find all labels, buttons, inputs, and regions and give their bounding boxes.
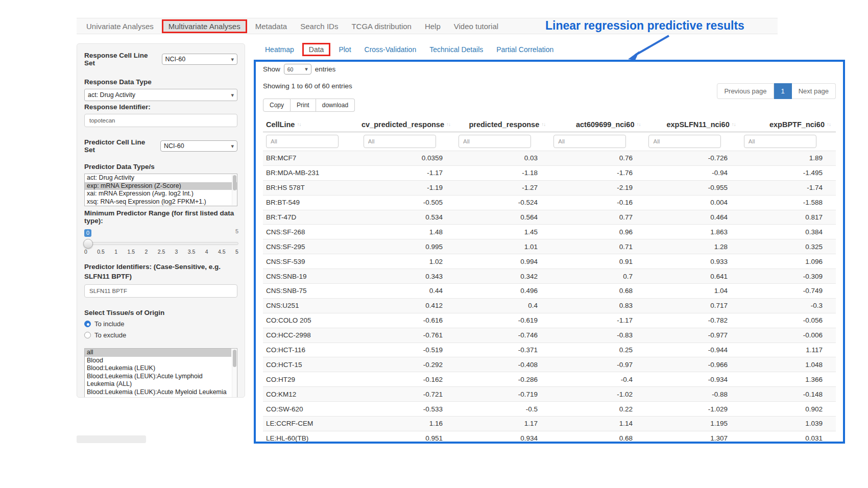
predicted-response-cell: 0.564 xyxy=(456,213,551,221)
listbox-option[interactable]: all xyxy=(85,349,231,357)
listbox-option[interactable]: Blood:Leukemia (LEUK):Acute Myeloid Leuk… xyxy=(85,388,231,398)
show-label: Show xyxy=(263,65,280,73)
result-tab[interactable]: Data xyxy=(302,43,331,56)
predicted-response-cell: 0.496 xyxy=(456,287,551,295)
response-identifier-label: Response Identifier: xyxy=(84,103,237,111)
previous-page-button[interactable]: Previous page xyxy=(717,83,774,99)
page-length-select[interactable]: 60 ▾ xyxy=(284,64,311,75)
slider-track[interactable] xyxy=(84,242,238,245)
listbox-option[interactable]: Blood xyxy=(85,357,231,365)
nav-item[interactable]: Multivariate Analyses xyxy=(162,19,247,33)
act609699-cell: 0.68 xyxy=(551,287,646,295)
act609699-cell: -2.19 xyxy=(551,184,646,191)
column-filter-input[interactable] xyxy=(744,135,816,148)
listbox-option[interactable]: Blood:Leukemia (LEUK):Acute Lymphoid Leu… xyxy=(85,373,231,388)
slider-max-label: 5 xyxy=(235,228,238,234)
chevron-down-icon: ▾ xyxy=(231,143,234,150)
nav-item[interactable]: Univariate Analyses xyxy=(80,19,160,33)
chevron-down-icon: ▾ xyxy=(305,66,308,72)
column-filter-input[interactable] xyxy=(648,135,721,148)
predicted-response-cell: -0.719 xyxy=(456,391,551,398)
column-filter-input[interactable] xyxy=(364,135,436,148)
expbptf-cell: -1.74 xyxy=(741,184,836,191)
slider-tick-label: 4.5 xyxy=(218,249,226,255)
response-data-type-select[interactable]: act: Drug Activity ▾ xyxy=(84,89,237,101)
cell-line-cell: CO:KM12 xyxy=(263,391,361,398)
predictor-identifiers-input[interactable] xyxy=(84,284,237,298)
expslfn11-cell: -0.955 xyxy=(646,184,741,191)
cell-line-cell: BR:HS 578T xyxy=(263,184,361,191)
slider-tick-label: 3.5 xyxy=(188,249,196,255)
result-tab[interactable]: Technical Details xyxy=(423,43,490,56)
column-filter-input[interactable] xyxy=(459,135,531,148)
expslfn11-cell: 1.28 xyxy=(646,243,741,251)
cell-line-cell: CO:COLO 205 xyxy=(263,316,361,324)
nav-item[interactable]: Search IDs xyxy=(294,19,345,33)
current-page-button[interactable]: 1 xyxy=(774,83,792,99)
response-cell-line-set-label: Response Cell Line Set xyxy=(84,52,159,67)
act609699-cell: 1.14 xyxy=(551,420,646,427)
next-page-button[interactable]: Next page xyxy=(792,83,836,99)
cv-predicted-response-cell: -1.19 xyxy=(361,184,456,191)
nav-item[interactable]: Video tutorial xyxy=(447,19,505,33)
table-row: CNS:SF-295 0.995 1.01 0.71 1.28 0.325 xyxy=(263,239,836,254)
column-header[interactable]: CellLine ↑↓ xyxy=(263,120,360,129)
cell-line-cell: BR:BT-549 xyxy=(263,199,361,206)
result-tab[interactable]: Plot xyxy=(332,43,357,56)
tissue-listbox: allBloodBlood:Leukemia (LEUK)Blood:Leuke… xyxy=(84,348,237,398)
column-header[interactable]: act609699_nci60 ↑↓ xyxy=(550,120,645,129)
expbptf-cell: 0.325 xyxy=(741,243,836,251)
slider-tick-label: 5 xyxy=(235,249,238,255)
predictor-cell-line-set-select[interactable]: NCI-60 ▾ xyxy=(160,140,237,152)
nav-item[interactable]: Metadata xyxy=(249,19,294,33)
column-header[interactable]: expBPTF_nci60 ↑↓ xyxy=(741,120,836,129)
expbptf-cell: -0.056 xyxy=(741,316,836,324)
expslfn11-cell: 0.004 xyxy=(646,199,741,206)
response-cell-line-set-select[interactable]: NCI-60 ▾ xyxy=(162,54,238,65)
predicted-response-cell: 0.4 xyxy=(456,302,551,309)
column-header[interactable]: cv_predicted_response ↑↓ xyxy=(360,120,455,129)
cell-line-cell: BR:MCF7 xyxy=(263,154,361,162)
result-tab[interactable]: Partial Correlation xyxy=(490,43,560,56)
column-filter-input[interactable] xyxy=(553,135,626,148)
column-header[interactable]: expSLFN11_nci60 ↑↓ xyxy=(645,120,740,129)
scrollbar-thumb[interactable] xyxy=(233,350,236,367)
listbox-option[interactable]: Blood:Leukemia (LEUK) xyxy=(85,364,231,373)
expbptf-cell: 1.048 xyxy=(741,361,836,369)
export-button[interactable]: Print xyxy=(291,99,316,112)
table-row: CO:HCC-2998 -0.761 -0.746 -0.83 -0.977 -… xyxy=(263,328,836,343)
nav-item[interactable]: Help xyxy=(418,19,447,33)
response-data-type-label: Response Data Type xyxy=(84,78,237,86)
table-row: CO:HCT-116 -0.519 -0.371 0.25 -0.944 1.1… xyxy=(263,343,836,357)
tissue-radio[interactable]: To include xyxy=(84,320,237,328)
expbptf-cell: 1.117 xyxy=(741,346,836,354)
result-tab[interactable]: Cross-Validation xyxy=(358,43,423,56)
scrollbar-thumb[interactable] xyxy=(233,175,236,190)
listbox-option[interactable]: xai: mRNA Expression (Avg. log2 Int.) xyxy=(85,190,237,198)
act609699-cell: -0.97 xyxy=(551,361,646,369)
predicted-response-cell: -1.18 xyxy=(456,169,551,177)
act609699-cell: 0.83 xyxy=(551,302,646,309)
response-identifier-input[interactable] xyxy=(84,114,237,127)
results-panel: Show 60 ▾ entries Showing 1 to 60 of 60 … xyxy=(254,60,845,444)
expbptf-cell: 0.817 xyxy=(741,213,836,221)
column-header[interactable]: predicted_response ↑↓ xyxy=(455,120,550,129)
nav-item[interactable]: TCGA distribution xyxy=(345,19,418,33)
tissue-radio[interactable]: To exclude xyxy=(84,331,237,339)
predicted-response-cell: 1.01 xyxy=(456,243,551,251)
export-button[interactable]: download xyxy=(316,99,355,112)
expbptf-cell: 1.89 xyxy=(741,154,836,162)
export-button[interactable]: Copy xyxy=(263,99,291,112)
slider-tick-label: 4 xyxy=(205,249,208,255)
listbox-option[interactable]: exp: mRNA Expression (Z-Score) xyxy=(85,182,237,190)
act609699-cell: 0.76 xyxy=(551,154,646,162)
listbox-option[interactable]: xsq: RNA-seq Expression (log2 FPKM+1.) xyxy=(85,198,237,206)
result-tab[interactable]: Heatmap xyxy=(258,43,301,56)
sort-icon: ↑↓ xyxy=(636,121,640,127)
act609699-cell: -1.76 xyxy=(551,169,646,177)
column-filter-input[interactable] xyxy=(266,135,339,148)
slider-handle[interactable] xyxy=(83,239,93,249)
listbox-option[interactable]: act: Drug Activity xyxy=(85,174,237,182)
table-row: LE:CCRF-CEM 1.16 1.17 1.14 1.195 1.039 xyxy=(263,416,836,431)
table-row: LE:HL-60(TB) 0.951 0.934 0.68 1.307 0.03… xyxy=(263,431,836,446)
